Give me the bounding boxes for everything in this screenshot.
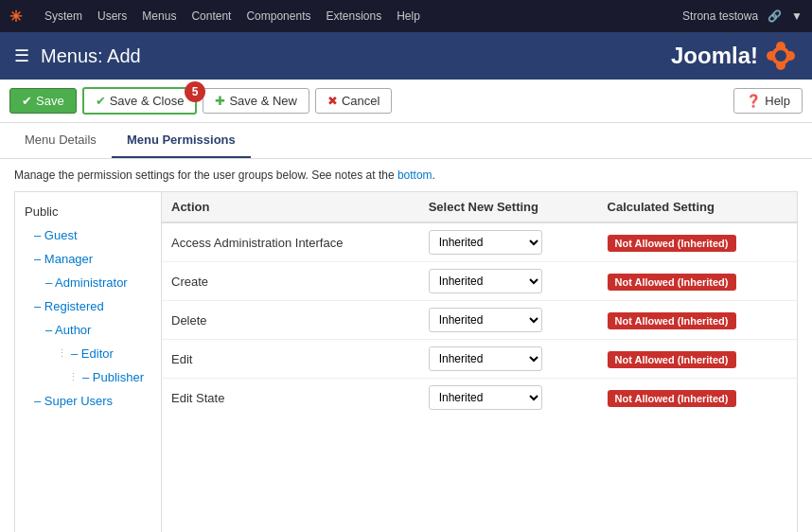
top-nav-right: Strona testowa 🔗 ▼ — [682, 9, 803, 23]
select-cell-4[interactable]: Inherited — [419, 379, 598, 417]
joomla-logo-icon — [764, 39, 798, 73]
help-label: Help — [765, 94, 790, 108]
cancel-label: Cancel — [342, 94, 380, 108]
save-close-check-icon: ✔ — [96, 94, 106, 108]
help-button[interactable]: ❓ Help — [733, 88, 803, 114]
nav-components[interactable]: Components — [246, 9, 310, 23]
content-layout: Public – Guest – Manager – Administrator… — [14, 191, 798, 532]
cancel-x-icon: ✖ — [327, 94, 338, 108]
action-cell-2: Delete — [162, 301, 419, 340]
nav-content[interactable]: Content — [191, 9, 231, 23]
save-check-icon: ✔ — [22, 94, 32, 108]
setting-select-3[interactable]: Inherited — [429, 346, 542, 371]
nav-menus[interactable]: Menus — [142, 9, 176, 23]
tree-item-editor[interactable]: ⋮ – Editor — [15, 342, 161, 365]
nav-help[interactable]: Help — [397, 9, 420, 23]
nav-extensions[interactable]: Extensions — [326, 9, 381, 23]
save-label: Save — [36, 94, 64, 108]
joomla-small-logo: ✳ — [9, 8, 22, 26]
action-cell-3: Edit — [162, 340, 419, 379]
svg-point-3 — [776, 61, 786, 70]
tree-dots-publisher: ⋮ — [68, 371, 79, 383]
col-select-new-setting: Select New Setting — [419, 192, 598, 222]
tree-item-administrator[interactable]: – Administrator — [15, 271, 161, 294]
save-close-label: Save & Close — [110, 94, 185, 108]
calculated-cell-2: Not Allowed (Inherited) — [598, 301, 797, 340]
calculated-badge-3: Not Allowed (Inherited) — [608, 351, 736, 368]
action-cell-4: Edit State — [162, 379, 419, 417]
save-button[interactable]: ✔ Save — [9, 88, 77, 114]
select-cell-1[interactable]: Inherited — [419, 262, 598, 301]
svg-point-5 — [775, 50, 786, 62]
save-new-label: Save & New — [229, 94, 297, 108]
toolbar: ✔ Save ✔ Save & Close 5 ✚ Save & New ✖ C… — [0, 80, 812, 123]
save-new-plus-icon: ✚ — [215, 94, 225, 108]
header-bar: ☰ Menus: Add Joomla! — [0, 32, 812, 80]
tree-item-manager[interactable]: – Manager — [15, 247, 161, 271]
svg-point-1 — [776, 42, 786, 51]
select-cell-2[interactable]: Inherited — [419, 301, 598, 340]
action-cell-1: Create — [162, 262, 419, 301]
top-navigation: ✳ System Users Menus Content Components … — [0, 0, 812, 32]
calculated-badge-0: Not Allowed (Inherited) — [608, 235, 736, 252]
calculated-cell-1: Not Allowed (Inherited) — [598, 262, 797, 301]
nav-users[interactable]: Users — [97, 9, 127, 23]
external-link-icon: 🔗 — [768, 9, 782, 23]
site-name[interactable]: Strona testowa — [682, 9, 758, 23]
save-close-button[interactable]: ✔ Save & Close — [82, 87, 198, 115]
description-text: Manage the permission settings for the u… — [14, 168, 798, 182]
setting-select-1[interactable]: Inherited — [429, 269, 542, 293]
calculated-badge-1: Not Allowed (Inherited) — [608, 274, 736, 291]
table-row: Edit State Inherited Not Allowed (Inheri… — [162, 379, 797, 417]
calculated-badge-2: Not Allowed (Inherited) — [608, 312, 736, 329]
tabs-bar: Menu Details Menu Permissions — [0, 123, 812, 159]
table-row: Access Administration Interface Inherite… — [162, 222, 797, 262]
page-title: Menus: Add — [41, 45, 671, 67]
tree-dots-editor: ⋮ — [57, 347, 67, 360]
save-new-button[interactable]: ✚ Save & New — [203, 88, 309, 114]
permissions-table: Action Select New Setting Calculated Set… — [161, 191, 798, 532]
setting-select-0[interactable]: Inherited — [429, 230, 542, 255]
step-badge: 5 — [185, 81, 205, 102]
setting-select-4[interactable]: Inherited — [429, 385, 542, 410]
help-question-icon: ❓ — [746, 94, 761, 108]
select-cell-0[interactable]: Inherited — [419, 222, 598, 262]
calculated-cell-3: Not Allowed (Inherited) — [598, 340, 797, 379]
cancel-button[interactable]: ✖ Cancel — [315, 88, 392, 114]
sidebar-toggle-icon[interactable]: ☰ — [14, 45, 29, 66]
select-cell-3[interactable]: Inherited — [419, 340, 598, 379]
bottom-link[interactable]: bottom — [397, 168, 432, 182]
joomla-brand-text: Joomla! — [671, 43, 758, 69]
calculated-cell-4: Not Allowed (Inherited) — [598, 379, 797, 417]
tree-item-guest[interactable]: – Guest — [15, 223, 161, 247]
tree-item-registered[interactable]: – Registered — [15, 294, 161, 318]
col-calculated-setting: Calculated Setting — [598, 192, 797, 222]
user-avatar-icon[interactable]: ▼ — [791, 9, 803, 23]
calculated-cell-0: Not Allowed (Inherited) — [598, 222, 797, 262]
tree-item-publisher[interactable]: ⋮ – Publisher — [15, 365, 161, 389]
group-tree: Public – Guest – Manager – Administrator… — [14, 191, 161, 532]
main-content: Manage the permission settings for the u… — [0, 159, 812, 532]
tree-item-super-users[interactable]: – Super Users — [15, 389, 161, 413]
svg-point-4 — [767, 51, 776, 61]
table-row: Delete Inherited Not Allowed (Inherited) — [162, 301, 797, 340]
table-row: Create Inherited Not Allowed (Inherited) — [162, 262, 797, 301]
tree-item-public[interactable]: Public — [15, 200, 161, 223]
tree-item-author[interactable]: – Author — [15, 318, 161, 342]
tab-menu-permissions[interactable]: Menu Permissions — [112, 123, 251, 158]
action-cell-0: Access Administration Interface — [162, 222, 419, 262]
joomla-brand: Joomla! — [671, 39, 798, 73]
nav-system[interactable]: System — [44, 9, 82, 23]
col-action: Action — [162, 192, 419, 222]
calculated-badge-4: Not Allowed (Inherited) — [608, 390, 736, 407]
tab-menu-details[interactable]: Menu Details — [9, 123, 112, 158]
setting-select-2[interactable]: Inherited — [429, 308, 542, 332]
svg-point-2 — [786, 51, 795, 61]
table-row: Edit Inherited Not Allowed (Inherited) — [162, 340, 797, 379]
